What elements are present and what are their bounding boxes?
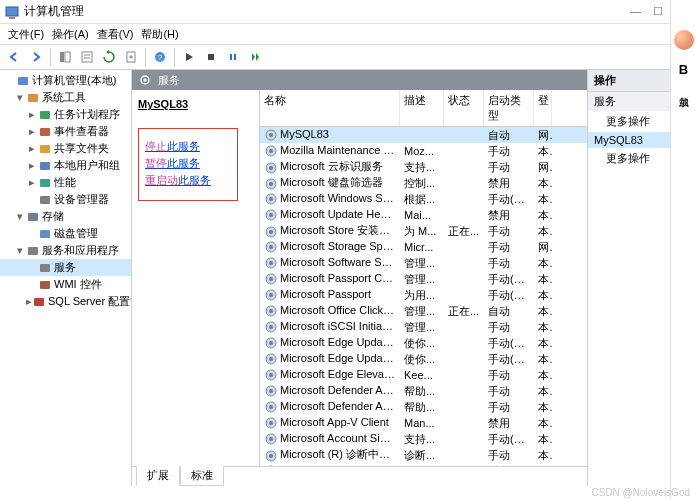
minimize-button[interactable]: — xyxy=(630,5,641,18)
expand-icon[interactable]: ▸ xyxy=(26,159,38,172)
tree-label: 计算机管理(本地) xyxy=(32,73,116,88)
maximize-button[interactable]: ☐ xyxy=(653,5,663,18)
svg-point-46 xyxy=(269,261,273,265)
expand-icon[interactable]: ▸ xyxy=(26,176,38,189)
tree-item[interactable]: 计算机管理(本地) xyxy=(0,72,131,89)
tree-label: 性能 xyxy=(54,175,76,190)
service-row[interactable]: Microsoft iSCSI Initiator ...管理...手动本 xyxy=(260,319,587,335)
tree-label: 共享文件夹 xyxy=(54,141,109,156)
tree-item[interactable]: ▸本地用户和组 xyxy=(0,157,131,174)
expand-icon[interactable]: ▾ xyxy=(14,210,26,223)
svg-point-56 xyxy=(269,341,273,345)
separator xyxy=(50,48,51,66)
extra-b[interactable]: B xyxy=(679,62,688,77)
play-icon[interactable] xyxy=(179,47,199,67)
service-row[interactable]: Microsoft Office ClickTo...管理...正在...自动本 xyxy=(260,303,587,319)
menu-file[interactable]: 文件(F) xyxy=(6,27,46,42)
service-action-link[interactable]: 重启动此服务 xyxy=(145,173,231,188)
tree-item[interactable]: ▾系统工具 xyxy=(0,89,131,106)
tree-item[interactable]: ▸任务计划程序 xyxy=(0,106,131,123)
refresh-icon[interactable] xyxy=(99,47,119,67)
col-startup[interactable]: 启动类型 xyxy=(484,90,534,126)
service-row[interactable]: Microsoft 云标识服务支持...手动网 xyxy=(260,159,587,175)
svg-rect-18 xyxy=(40,162,50,170)
tree-label: 服务 xyxy=(54,260,76,275)
service-row[interactable]: Microsoft (R) 诊断中心标...诊断...手动本 xyxy=(260,447,587,463)
menu-help[interactable]: 帮助(H) xyxy=(139,27,180,42)
service-row[interactable]: Microsoft Software Shad...管理...手动本 xyxy=(260,255,587,271)
col-desc[interactable]: 描述 xyxy=(400,90,444,126)
service-row[interactable]: Microsoft Passport Cont...管理...手动(触发...本 xyxy=(260,271,587,287)
tree-item[interactable]: ▸性能 xyxy=(0,174,131,191)
forward-button[interactable] xyxy=(26,47,46,67)
users-icon xyxy=(38,159,52,173)
service-list[interactable]: 名称 描述 状态 启动类型 登 MySQL83自动网Mozilla Mainte… xyxy=(260,90,587,466)
service-row[interactable]: Microsoft App-V ClientMan...禁用本 xyxy=(260,415,587,431)
nav-tree: 计算机管理(本地)▾系统工具▸任务计划程序▸事件查看器▸共享文件夹▸本地用户和组… xyxy=(0,70,132,486)
col-status[interactable]: 状态 xyxy=(444,90,484,126)
svg-rect-0 xyxy=(6,7,18,16)
col-name[interactable]: 名称 xyxy=(260,90,400,126)
service-row[interactable]: Microsoft Update Health...Mai...禁用本 xyxy=(260,207,587,223)
expand-icon[interactable]: ▾ xyxy=(14,91,26,104)
services-header: 服务 xyxy=(132,70,587,90)
service-row[interactable]: Microsoft Passport为用...手动(触发...本 xyxy=(260,287,587,303)
service-row[interactable]: Microsoft Defender Antiv...帮助...手动本 xyxy=(260,383,587,399)
window-title: 计算机管理 xyxy=(24,3,630,20)
services-title: 服务 xyxy=(158,73,180,88)
show-hide-icon[interactable] xyxy=(55,47,75,67)
col-logon[interactable]: 登 xyxy=(534,90,552,126)
expand-icon[interactable]: ▸ xyxy=(26,142,38,155)
service-detail: MySQL83 停止此服务暂停此服务重启动此服务 xyxy=(132,90,260,466)
menu-action[interactable]: 操作(A) xyxy=(50,27,91,42)
tree-item[interactable]: WMI 控件 xyxy=(0,276,131,293)
expand-icon[interactable]: ▾ xyxy=(14,244,26,257)
service-row[interactable]: Microsoft Storage Space...Micr...手动网 xyxy=(260,239,587,255)
svg-rect-24 xyxy=(40,264,50,272)
expand-icon[interactable]: ▸ xyxy=(26,125,38,138)
service-row[interactable]: Microsoft Defender Antiv...帮助...手动本 xyxy=(260,399,587,415)
svg-point-68 xyxy=(269,437,273,441)
pause-icon[interactable] xyxy=(223,47,243,67)
menu-view[interactable]: 查看(V) xyxy=(95,27,136,42)
tree-item[interactable]: 磁盘管理 xyxy=(0,225,131,242)
avatar[interactable] xyxy=(674,30,694,50)
tab-standard[interactable]: 标准 xyxy=(180,466,224,486)
tree-item[interactable]: ▾服务和应用程序 xyxy=(0,242,131,259)
svg-rect-1 xyxy=(9,17,15,19)
column-headers[interactable]: 名称 描述 状态 启动类型 登 xyxy=(260,90,587,127)
stop-icon[interactable] xyxy=(201,47,221,67)
service-row[interactable]: Microsoft Store 安装服务为 M...正在...手动本 xyxy=(260,223,587,239)
service-row[interactable]: MySQL83自动网 xyxy=(260,127,587,143)
tree-item[interactable]: ▸共享文件夹 xyxy=(0,140,131,157)
service-row[interactable]: Microsoft Windows SMS ...根据...手动(触发...本 xyxy=(260,191,587,207)
service-row[interactable]: Microsoft 键盘筛选器控制...禁用本 xyxy=(260,175,587,191)
service-action-link[interactable]: 停止此服务 xyxy=(145,139,231,154)
svg-point-36 xyxy=(269,182,273,186)
help-icon[interactable]: ? xyxy=(150,47,170,67)
watermark: CSDN @NoloveisGod xyxy=(591,487,690,498)
service-row[interactable]: Microsoft Edge Update ...使你...手动(触发...本 xyxy=(260,351,587,367)
service-row[interactable]: Mozilla Maintenance Ser...Moz...手动本 xyxy=(260,143,587,159)
service-row[interactable]: Microsoft Account Sign-i...支持...手动(触发...… xyxy=(260,431,587,447)
expand-icon[interactable]: ▸ xyxy=(26,108,38,121)
tree-item[interactable]: ▸SQL Server 配置管理器 xyxy=(0,293,131,310)
tree-item[interactable]: 设备管理器 xyxy=(0,191,131,208)
back-button[interactable] xyxy=(4,47,24,67)
gear-icon xyxy=(264,128,278,142)
perf-icon xyxy=(38,176,52,190)
restart-icon[interactable] xyxy=(245,47,265,67)
tab-extended[interactable]: 扩展 xyxy=(136,466,180,486)
properties-icon[interactable] xyxy=(77,47,97,67)
service-row[interactable]: Microsoft Edge Update ...使你...手动(触发...本 xyxy=(260,335,587,351)
tree-item[interactable]: ▾存储 xyxy=(0,208,131,225)
tree-item[interactable]: ▸事件查看器 xyxy=(0,123,131,140)
export-icon[interactable] xyxy=(121,47,141,67)
gear-icon xyxy=(264,240,278,254)
service-action-link[interactable]: 暂停此服务 xyxy=(145,156,231,171)
svg-rect-17 xyxy=(40,145,50,153)
service-row[interactable]: MessagingService_999eb支持...手动(触发...本 xyxy=(260,463,587,466)
tree-item[interactable]: 服务 xyxy=(0,259,131,276)
service-row[interactable]: Microsoft Edge Elevation...Kee...手动本 xyxy=(260,367,587,383)
toolbar: ? xyxy=(0,44,696,70)
